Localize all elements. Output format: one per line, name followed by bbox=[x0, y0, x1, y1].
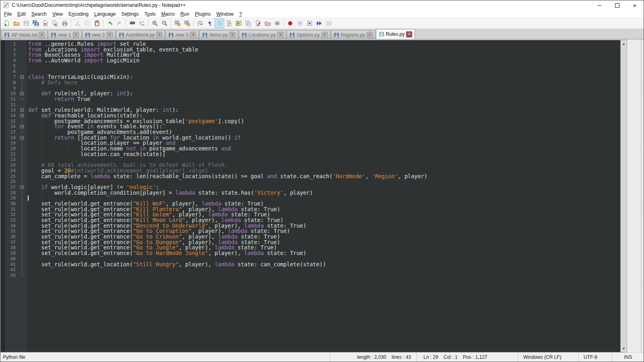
code-text[interactable]: # Defs here bbox=[27, 80, 620, 86]
cut-icon[interactable] bbox=[73, 19, 83, 28]
code-line[interactable]: 8 # Defs here bbox=[1, 80, 620, 86]
code-text[interactable]: def rule(self, player: int): bbox=[27, 91, 620, 97]
minimize-button[interactable] bbox=[590, 0, 608, 10]
tab-items-py[interactable]: Items.py× bbox=[199, 30, 238, 39]
menu-view[interactable]: View bbox=[50, 10, 66, 18]
code-text[interactable] bbox=[27, 273, 620, 278]
macro-run-multiple-icon[interactable] bbox=[314, 19, 324, 28]
maximize-button[interactable] bbox=[608, 0, 626, 10]
macro-record-icon[interactable] bbox=[285, 19, 295, 28]
code-line[interactable]: 5 bbox=[1, 64, 620, 69]
save-icon[interactable] bbox=[21, 19, 31, 28]
fold-collapse-icon[interactable] bbox=[19, 91, 27, 97]
close-button[interactable]: × bbox=[626, 0, 644, 10]
code-text[interactable] bbox=[27, 64, 620, 69]
code-text[interactable]: set_rule(world.get_location("Still Hungr… bbox=[27, 262, 620, 267]
menu-plugins[interactable]: Plugins bbox=[192, 10, 213, 18]
macro-play-icon[interactable] bbox=[305, 19, 314, 28]
code-text[interactable]: location.can_reach(state)] bbox=[27, 152, 620, 157]
code-text[interactable]: from ..AutoWorld import LogicMixin bbox=[27, 58, 620, 64]
tab-new-3[interactable]: new 3× bbox=[165, 30, 199, 39]
replace-icon[interactable]: ab bbox=[137, 19, 147, 28]
tab-close-icon[interactable]: × bbox=[322, 32, 328, 38]
tab-close-icon[interactable]: × bbox=[73, 32, 79, 38]
code-text[interactable]: class TerrariaLogic(LogicMixin): bbox=[27, 74, 620, 80]
redo-icon[interactable] bbox=[115, 19, 124, 28]
code-line[interactable]: 25 can_complete = lambda state: len(reac… bbox=[1, 174, 620, 179]
show-all-characters-icon[interactable]: ¶ bbox=[205, 19, 215, 28]
menu-macro[interactable]: Macro bbox=[159, 10, 178, 18]
code-line[interactable]: 21 location.can_reach(state)] bbox=[1, 152, 620, 157]
menu-edit[interactable]: Edit bbox=[14, 10, 29, 18]
tab-rules-py[interactable]: Rules.py× bbox=[376, 29, 415, 39]
tab-close-icon[interactable]: × bbox=[39, 32, 45, 38]
code-line[interactable]: 39 set_rule(world.get_entrance("Go to Ha… bbox=[1, 251, 620, 256]
macro-stop-icon[interactable] bbox=[295, 19, 305, 28]
code-line[interactable]: 4from ..AutoWorld import LogicMixin bbox=[1, 58, 620, 64]
menu-search[interactable]: Search bbox=[29, 10, 50, 18]
menu-file[interactable]: File bbox=[1, 10, 14, 18]
code-text[interactable]: return True bbox=[27, 97, 620, 102]
monitoring-icon[interactable] bbox=[272, 19, 282, 28]
menu-encoding[interactable]: Encoding bbox=[66, 10, 91, 18]
tab-close-icon[interactable]: × bbox=[190, 32, 196, 38]
paste-icon[interactable] bbox=[92, 19, 102, 28]
copy-icon[interactable] bbox=[83, 19, 92, 28]
tab-close-icon[interactable]: × bbox=[107, 32, 113, 38]
code-line[interactable]: 11 return True bbox=[1, 97, 620, 102]
fold-collapse-icon[interactable] bbox=[19, 113, 27, 119]
menu-run[interactable]: Run bbox=[178, 10, 192, 18]
folder-as-workspace-icon[interactable] bbox=[263, 19, 272, 28]
menu-tools[interactable]: Tools bbox=[142, 10, 159, 18]
udl-dialog-icon[interactable] bbox=[224, 19, 234, 28]
tab-close-icon[interactable]: × bbox=[156, 32, 162, 38]
save-all-icon[interactable] bbox=[31, 19, 41, 28]
zoom-out-icon[interactable] bbox=[160, 19, 169, 28]
menu-language[interactable]: Language bbox=[91, 10, 118, 18]
undo-icon[interactable] bbox=[105, 19, 115, 28]
fold-collapse-icon[interactable] bbox=[19, 107, 27, 113]
code-line[interactable]: 41 set_rule(world.get_location("Still Hu… bbox=[1, 262, 620, 267]
sync-scroll-vertical-icon[interactable] bbox=[173, 19, 182, 28]
tab-regions-py[interactable]: Regions.py× bbox=[331, 30, 376, 39]
tab-autoworld-py[interactable]: AutoWorld.py× bbox=[116, 30, 165, 39]
code-text[interactable]: world.completion_condition[player] = lam… bbox=[27, 190, 620, 196]
sync-scroll-horizontal-icon[interactable] bbox=[182, 19, 192, 28]
close-icon[interactable] bbox=[41, 19, 50, 28]
tab-new-1[interactable]: new 1× bbox=[48, 30, 81, 39]
open-file-icon[interactable] bbox=[12, 19, 21, 28]
tab-close-icon[interactable]: × bbox=[229, 32, 235, 38]
document-list-icon[interactable] bbox=[244, 19, 253, 28]
tab-close-icon[interactable]: × bbox=[367, 32, 373, 38]
code-text[interactable] bbox=[27, 267, 620, 273]
function-list-icon[interactable] bbox=[253, 19, 263, 28]
code-line[interactable]: 42 bbox=[1, 267, 620, 273]
fold-collapse-icon[interactable] bbox=[19, 135, 27, 141]
document-map-icon[interactable] bbox=[234, 19, 244, 28]
new-file-icon[interactable] bbox=[2, 19, 12, 28]
tab-ap-ideas-txt[interactable]: AP Ideas.txt× bbox=[1, 30, 47, 39]
tab-options-py[interactable]: Options.py× bbox=[287, 30, 330, 39]
code-line[interactable]: 7class TerrariaLogic(LogicMixin): bbox=[1, 74, 620, 80]
zoom-in-icon[interactable] bbox=[150, 19, 160, 28]
find-icon[interactable] bbox=[128, 19, 137, 28]
code-line[interactable]: 28 world.completion_condition[player] = … bbox=[1, 190, 620, 196]
close-all-icon[interactable] bbox=[50, 19, 60, 28]
show-indent-guide-icon[interactable] bbox=[215, 19, 224, 28]
scroll-down-icon[interactable]: ▼ bbox=[621, 345, 627, 352]
menu-help[interactable]: ? bbox=[236, 10, 245, 18]
fold-collapse-icon[interactable] bbox=[19, 124, 27, 130]
word-wrap-icon[interactable] bbox=[195, 19, 205, 28]
code-text[interactable]: can_complete = lambda state: len(reachab… bbox=[27, 174, 620, 179]
menu-settings[interactable]: Settings bbox=[118, 10, 141, 18]
macro-save-icon[interactable] bbox=[324, 19, 334, 28]
code-text[interactable]: set_rule(world.get_entrance("Go to Hardm… bbox=[27, 251, 620, 256]
code-editor[interactable]: 1from ..generic.Rules import set_rule2fr… bbox=[0, 40, 620, 352]
menu-window[interactable]: Window bbox=[214, 10, 237, 18]
print-icon[interactable] bbox=[60, 19, 70, 28]
scroll-up-icon[interactable]: ▲ bbox=[621, 40, 627, 47]
code-line[interactable]: 10 def rule(self, player: int): bbox=[1, 91, 620, 97]
code-line[interactable]: 43 bbox=[1, 273, 620, 278]
fold-collapse-icon[interactable] bbox=[19, 74, 27, 80]
tab-close-icon[interactable]: × bbox=[406, 31, 412, 37]
